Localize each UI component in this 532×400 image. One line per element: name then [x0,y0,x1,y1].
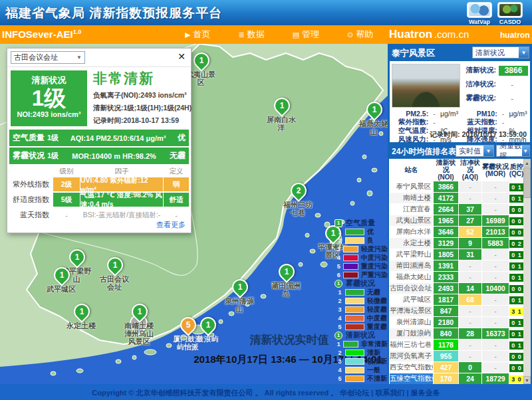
stat-row-清新状况: 清新状况:3866 [462,65,528,76]
table-row-古田会议会址[interactable]: 古田会议会址249314104000 0 [390,283,524,294]
table-row-泉州清源山[interactable]: 泉州清源山2180--0 1 [390,317,524,328]
table-row-平潭海坛景区[interactable]: 平潭海坛景区847--3 1 [390,306,524,317]
table-cell: 0 1 [509,260,524,272]
huatron-logo-link[interactable]: Huatron˙.com.cn [389,28,469,41]
nav-item-数据[interactable]: ≣数据 [238,29,264,41]
realtime-select[interactable]: 实时值 ▼ [456,145,494,157]
factor-row-紫外线指数: 紫外线指数2级UVI:4.80 紫外辐射:12 w/m²弱 [9,177,189,191]
table-cell: - [459,181,482,193]
legend-section-空气质量: 1空气质量 [334,219,388,227]
factor-col-definition: 定义 [164,167,189,176]
see-more-link[interactable]: 查看更多 [156,220,186,230]
user-area: huatron 退出 [500,30,532,41]
table-scrollbar[interactable]: ▲ ▼ [523,159,531,384]
table-row-南靖土楼[interactable]: 南靖土楼4172--0 1 [390,193,524,204]
legend-swatch [343,341,358,348]
table-cell: 武平城区 [390,294,434,306]
app-button-casdo[interactable]: CASDO [496,2,524,25]
table-row-泰宁风景区[interactable]: 泰宁风景区3866--0 1 [390,181,524,193]
table-cell: 0 2 [509,238,524,249]
table-cell: - [482,362,509,373]
legend-swatch [345,237,364,244]
table-row-厦门鼓浪屿[interactable]: 厦门鼓浪屿84028163730 1 [390,328,524,340]
table-row-江西宜春[interactable]: 江西宜春266437-0 0 [390,204,524,215]
qc-badge: 0 1 [509,195,524,203]
legend-item: 2轻微霾 [334,296,388,305]
detail-stat-row: PM2.5:-μg/m³PM10:-μg/m³ [391,109,529,118]
table-cell: 0 [459,362,482,373]
legend-swatch [345,315,364,322]
table-cell: 黑河负氧离子 [390,351,434,362]
fresh-box-level: 1级 [11,86,87,110]
ranking-table: 站名清新状况(NOI)洁净状况(AQI)雾霾状况(MOR)质控(QC) 泰宁风景… [389,159,531,384]
table-cell: - [482,340,509,351]
stat-row-洁净状况: 洁净状况:- [462,79,528,90]
legend-swatch [345,229,364,235]
qc-badge: 0 1 [509,319,524,327]
table-cell: 南靖土楼 [390,193,434,204]
station-table: 站名清新状况(NOI)洁净状况(AQI)雾霾状况(MOR)质控(QC) 泰宁风景… [389,159,524,396]
legend-item: 4中度霾 [334,314,388,322]
legend-swatch [345,289,364,296]
table-row-莆田湄洲岛[interactable]: 莆田湄洲岛1391--0 1 [390,260,524,272]
view-mode-value: 清新状况 [475,48,505,58]
ranking-table-bar: 24小时均值排名表 实时值 ▼ 测量数据 ▼ [388,144,532,158]
table-cell: 永定土楼 [390,238,434,249]
column-header: 站名 [390,159,434,181]
nav-item-帮助[interactable]: ⊙帮助 [347,29,373,41]
table-row-西安空气指数站[interactable]: 西安空气指数站4270-0 0 [390,362,524,373]
table-row-福州三坊七巷[interactable]: 福州三坊七巷1178--0 1 [390,340,524,351]
fresh-detail-line: 负氧离子(NOI):2493 ions/cm³ [93,91,189,100]
map-marker-label: 南靖土楼漳州乌山风景区 [114,322,164,346]
factor-col-level: 级别 [53,167,80,176]
station-photo [392,64,460,108]
logo-suffix: .com.cn [434,29,469,40]
table-cell: 3 1 [509,306,524,317]
table-row-屏南白水洋[interactable]: 屏南白水洋364652210130 0 [390,227,524,238]
popup-station-select[interactable]: 古田会议会址 ▼ [11,51,85,64]
table-cell: 五缘空气指数站 [390,373,434,385]
table-row-永定土楼[interactable]: 永定土楼3129958830 2 [390,238,524,249]
view-mode-select[interactable]: 清新状况 ▼ [472,47,529,58]
table-cell: 西安空气指数站 [390,362,434,373]
table-cell: - [459,260,482,272]
table-cell: - [459,317,482,328]
legend-swatch [343,246,358,252]
table-row-武平梁野山[interactable]: 武平梁野山180531-0 1 [390,249,524,260]
table-cell: 10400 [482,283,509,294]
nav-item-label: 管理 [302,29,319,41]
legend-item: 2良 [334,236,388,245]
legend-swatch [345,367,364,373]
close-icon[interactable]: ✕ [178,51,186,62]
qc-badge: 3 1 [509,308,524,316]
measure-select[interactable]: 测量数据 ▼ [496,145,530,157]
notebook-icon: ▤ [293,31,299,39]
scroll-down-icon[interactable]: ▼ [523,376,531,384]
table-cell: 28 [459,328,482,340]
legend-item: 1无霾 [334,288,388,296]
table-cell: 24 [459,373,482,385]
table-row-武平城区[interactable]: 武平城区181768-0 1 [390,294,524,306]
nav-item-管理[interactable]: ▤管理 [293,29,319,41]
page-title: 福建省气象局 清新指数预报服务平台 [5,5,222,22]
map-marker-label: 福州三坊七巷 [273,201,323,217]
legend-item: 3轻度污染 [334,245,388,253]
table-cell: 68 [459,294,482,306]
legend-section-清新状况: 1清新状况 [334,331,388,340]
table-row-五缘空气指数站[interactable]: 五缘空气指数站17024187293 0 [390,373,524,385]
nav-menu: ▶首页≣数据▤管理⊙帮助 [185,25,373,44]
table-cell: 16373 [482,328,509,340]
nav-item-首页[interactable]: ▶首页 [185,29,210,41]
table-row-黑河负氧离子[interactable]: 黑河负氧离子955--0 0 [390,351,524,362]
table-row-武夷山景区[interactable]: 武夷山景区196527169890 0 [390,215,524,227]
table-cell: 厦门鼓浪屿 [390,328,434,340]
scrollbar-thumb[interactable] [523,167,531,198]
table-row-福鼎太姥山[interactable]: 福鼎太姥山2333--0 1 [390,272,524,283]
play-icon: ▶ [185,31,190,39]
app-button-watvap[interactable]: WatVap [466,2,493,25]
legend-item: 3轻度霾 [334,305,388,314]
legend-item: 3较清新 [334,357,388,365]
footer-text: Copyright © 北京华创维想科技开发有限责任公司 。 All right… [0,388,532,398]
scroll-up-icon[interactable]: ▲ [523,159,531,167]
legend-swatch [345,324,364,330]
